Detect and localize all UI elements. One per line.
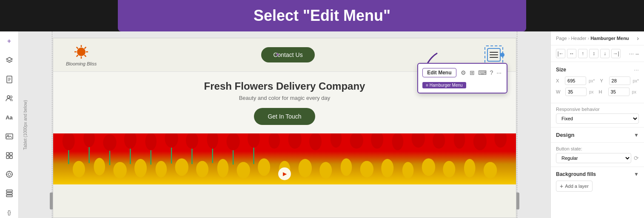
x-input[interactable]: [565, 76, 586, 85]
design-title: Design: [556, 132, 574, 138]
btn-state-select[interactable]: Regular Hover Pressed: [556, 153, 631, 163]
svg-point-31: [63, 133, 75, 150]
responsive-label: Responsive behavior: [556, 107, 639, 112]
y-unit: px*: [633, 79, 639, 83]
collapse-panel-button[interactable]: –: [635, 50, 639, 57]
plus-button[interactable]: +: [275, 51, 280, 59]
align-bottom-button[interactable]: ↓: [600, 49, 610, 58]
logo-area: Blooming Bliss: [66, 43, 97, 66]
svg-rect-11: [10, 156, 12, 159]
layers-icon[interactable]: [3, 55, 15, 66]
svg-rect-10: [6, 156, 9, 159]
breadcrumb: Page › Header › Hamburger Menu ›: [551, 31, 644, 45]
svg-point-21: [77, 48, 85, 56]
hamburger-line-1: [490, 52, 498, 53]
site-preview: Blooming Bliss + Contact Us: [53, 38, 516, 218]
interactions-icon[interactable]: [3, 169, 15, 180]
size-more[interactable]: ···: [634, 66, 639, 73]
svg-line-28: [85, 47, 86, 49]
size-header: Size ···: [556, 66, 639, 73]
keyboard-icon[interactable]: ⌨: [477, 68, 487, 77]
top-banner: Select "Edit Menu": [118, 0, 526, 31]
svg-line-26: [77, 47, 78, 49]
size-title: Size: [556, 67, 566, 73]
apps-icon[interactable]: [3, 150, 15, 161]
responsive-select[interactable]: Fixed Responsive: [556, 113, 639, 124]
svg-rect-9: [10, 153, 12, 155]
hero-subtitle: Beauty and color for magic every day: [66, 95, 503, 101]
background-fills-section: Background fills ▼ + Add a layer: [551, 167, 644, 196]
align-right-button[interactable]: →|: [611, 49, 621, 58]
edit-menu-button[interactable]: Edit Menu: [422, 68, 456, 77]
hamburger-menu-selected[interactable]: [484, 45, 503, 64]
align-center-h-button[interactable]: ↔: [567, 49, 576, 58]
svg-point-78: [381, 159, 393, 178]
svg-point-65: [113, 162, 126, 178]
svg-point-81: [443, 161, 455, 178]
get-in-touch-button[interactable]: Get In Touch: [254, 108, 315, 125]
svg-point-64: [94, 158, 105, 176]
grid-icon[interactable]: ⊞: [469, 68, 476, 77]
svg-point-37: [186, 133, 198, 149]
design-chevron: ▼: [634, 132, 639, 138]
design-header[interactable]: Design ▼: [556, 132, 639, 138]
flowers-section: ▶: [53, 133, 516, 184]
code-icon[interactable]: {}: [3, 207, 15, 218]
database-icon[interactable]: [3, 188, 15, 199]
hamburger-line-3: [490, 57, 498, 58]
typography-icon[interactable]: Aa: [3, 112, 15, 123]
hamburger-line-2: [490, 54, 498, 55]
x-unit: px*: [589, 79, 595, 83]
more-icon[interactable]: ···: [496, 68, 502, 77]
wh-row: W px H px: [556, 88, 639, 96]
w-label: W: [556, 89, 563, 94]
panel-expand-button[interactable]: ›: [637, 35, 639, 42]
x-label: X: [556, 78, 562, 83]
selection-dot: [500, 53, 504, 57]
svg-point-38: [207, 133, 218, 149]
align-center-v-button[interactable]: ↕: [589, 49, 598, 58]
svg-point-41: [269, 133, 280, 149]
more-options-button[interactable]: ···: [629, 50, 634, 57]
svg-point-48: [412, 133, 425, 147]
svg-point-51: [473, 133, 487, 150]
svg-point-12: [6, 171, 12, 177]
xy-row: X px* Y px*: [556, 76, 639, 85]
media-icon[interactable]: [3, 131, 15, 142]
left-boundary: [52, 31, 52, 218]
contact-us-button[interactable]: Contact Us: [261, 47, 314, 62]
w-unit: px: [589, 90, 594, 94]
play-button[interactable]: ▶: [278, 167, 291, 180]
add-icon[interactable]: +: [3, 36, 15, 47]
users-icon[interactable]: [3, 93, 15, 104]
w-input[interactable]: [565, 88, 587, 96]
svg-point-50: [454, 133, 465, 149]
svg-point-40: [248, 133, 260, 147]
svg-point-49: [433, 133, 445, 149]
align-top-button[interactable]: ↑: [578, 49, 587, 58]
logo-sun: [73, 43, 90, 60]
canvas-area: Tablet (1000px and below): [19, 31, 550, 218]
svg-point-76: [341, 159, 352, 176]
svg-point-34: [124, 133, 137, 149]
pages-icon[interactable]: [3, 74, 15, 85]
svg-point-80: [422, 159, 435, 176]
settings-icon[interactable]: ⚙: [460, 68, 467, 77]
svg-point-39: [226, 133, 239, 150]
h-input[interactable]: [608, 88, 630, 96]
help-icon[interactable]: ?: [489, 68, 494, 77]
align-left-button[interactable]: |←: [556, 49, 565, 58]
add-layer-button[interactable]: + Add a layer: [556, 181, 593, 192]
svg-point-82: [464, 159, 476, 178]
button-state-section: Button state: Regular Hover Pressed ⟳: [551, 143, 644, 167]
svg-point-45: [350, 133, 363, 149]
bg-fills-chevron[interactable]: ▼: [634, 171, 639, 177]
breadcrumb-current: Hamburger Menu: [590, 36, 629, 41]
svg-point-33: [103, 134, 116, 151]
svg-rect-8: [6, 153, 9, 155]
breadcrumb-header: Header: [571, 36, 586, 41]
responsive-section: Responsive behavior Fixed Responsive: [551, 103, 644, 127]
y-input[interactable]: [609, 76, 630, 85]
context-menu: Edit Menu ⚙ ⊞ ⌨ ? ··· ≡ Hamburger Menu: [417, 63, 507, 93]
btn-state-label: Button state:: [556, 146, 639, 151]
